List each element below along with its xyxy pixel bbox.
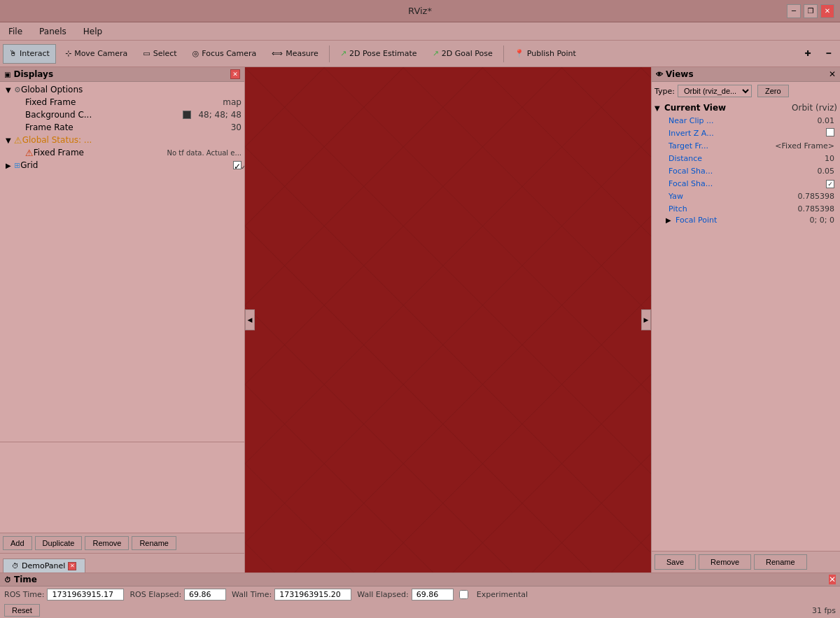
focal-point-value: 0; 0; 0 [810, 216, 834, 225]
remove-view-button[interactable]: Remove [699, 554, 751, 570]
views-type-select[interactable]: Orbit (rviz_de... [678, 85, 752, 97]
current-view-header[interactable]: ▼ Current View Orbit (rviz) [654, 101, 837, 114]
time-footer: Reset 31 fps [0, 603, 840, 618]
current-view-type: Orbit (rviz) [792, 103, 837, 113]
background-color-label: Background C... [25, 110, 183, 120]
fixed-frame-row[interactable]: Fixed Frame map [0, 96, 244, 108]
add-display-button[interactable]: Add [3, 536, 32, 550]
add-panel-button[interactable]: ✚ [798, 44, 817, 64]
save-view-button[interactable]: Save [654, 554, 696, 570]
demo-panel-tab[interactable]: ⏱ DemoPanel ✕ [3, 559, 85, 573]
viewport: ◀ ▶ [245, 67, 651, 573]
experimental-checkbox[interactable] [459, 590, 468, 599]
background-color-row[interactable]: Background C... 48; 48; 48 [0, 108, 244, 121]
toolbar-separator [329, 45, 330, 62]
current-view-arrow: ▼ [654, 104, 664, 112]
rename-display-button[interactable]: Rename [132, 536, 176, 550]
ros-elapsed-field: ROS Elapsed: 69.86 [130, 589, 226, 601]
grid-checkbox[interactable]: ✓ [233, 161, 241, 169]
current-view-label: Current View [664, 103, 726, 113]
publish-point-button[interactable]: 📍 Publish Point [508, 44, 582, 64]
remove-display-button[interactable]: Remove [85, 536, 129, 550]
time-bar: ROS Time: 1731963915.17 ROS Elapsed: 69.… [0, 587, 840, 603]
tab-bar: ⏱ DemoPanel ✕ [0, 553, 244, 573]
interact-button[interactable]: 🖱 Interact [3, 44, 56, 64]
move-camera-button[interactable]: ⊹ Move Camera [59, 44, 134, 64]
ros-time-label: ROS Time: [4, 590, 44, 599]
time-icon: ⏱ [4, 576, 11, 584]
wall-elapsed-field: Wall Elapsed: 69.86 [357, 589, 453, 601]
grid-row[interactable]: ▶ ⊞ Grid ✓ [0, 159, 244, 171]
displays-tree: ▼ ⚙ Global Options Fixed Frame map Backg… [0, 82, 244, 442]
target-frame-row[interactable]: Target Fr... <Fixed Frame> [654, 139, 837, 152]
wall-time-field: Wall Time: 1731963915.20 [232, 589, 351, 601]
pitch-row[interactable]: Pitch 0.785398 [654, 202, 837, 215]
fixed-frame-value: map [223, 97, 241, 107]
measure-button[interactable]: ⟺ Measure [265, 44, 325, 64]
close-button[interactable]: ✕ [820, 4, 834, 18]
clock-icon: ⏱ [12, 562, 19, 570]
select-icon: ▭ [143, 49, 150, 58]
focal-point-row[interactable]: ▶ Focal Point 0; 0; 0 [654, 215, 837, 225]
interact-label: Interact [20, 49, 50, 58]
invert-z-value [826, 128, 834, 139]
wall-time-value: 1731963915.20 [274, 589, 351, 601]
demo-panel-close[interactable]: ✕ [68, 562, 76, 570]
fps-label: 31 fps [812, 606, 836, 615]
global-status-row[interactable]: ▼ ⚠ Global Status: ... [0, 134, 244, 146]
left-panel: ▣ Displays ✕ ▼ ⚙ Global Options Fixed Fr… [0, 67, 245, 573]
fixed-frame-error-icon: ⚠ [25, 148, 34, 158]
grid-icon: ⊞ [14, 161, 20, 170]
select-label: Select [153, 49, 177, 58]
yaw-row[interactable]: Yaw 0.785398 [654, 190, 837, 202]
collapse-left-button[interactable]: ◀ [245, 309, 255, 330]
goal-pose-button[interactable]: ↗ 2D Goal Pose [426, 44, 499, 64]
wall-time-label: Wall Time: [232, 590, 272, 599]
frame-rate-row[interactable]: Frame Rate 30 [0, 121, 244, 134]
rename-view-button[interactable]: Rename [754, 554, 807, 570]
menu-file[interactable]: File [3, 25, 28, 38]
minimize-button[interactable]: ─ [787, 4, 801, 18]
pose-estimate-icon: ↗ [340, 49, 346, 58]
views-panel-icon: 👁 [656, 71, 663, 78]
focus-camera-button[interactable]: ◎ Focus Camera [186, 44, 263, 64]
focal-shape-size-value: 0.05 [818, 167, 835, 176]
views-close-button[interactable]: ✕ [829, 69, 836, 79]
global-status-label: Global Status: ... [22, 135, 241, 145]
ros-elapsed-label: ROS Elapsed: [130, 590, 181, 599]
remove-panel-button[interactable]: ━ [820, 44, 837, 64]
restore-button[interactable]: ❐ [804, 4, 818, 18]
menu-help[interactable]: Help [78, 25, 108, 38]
measure-icon: ⟺ [272, 49, 283, 58]
ros-elapsed-value: 69.86 [184, 589, 226, 601]
collapse-right-button[interactable]: ▶ [641, 309, 651, 330]
focal-shape-size-row[interactable]: Focal Sha... 0.05 [654, 164, 837, 177]
toolbar: 🖱 Interact ⊹ Move Camera ▭ Select ◎ Focu… [0, 41, 840, 67]
pitch-value: 0.785398 [798, 204, 835, 213]
views-zero-button[interactable]: Zero [757, 85, 789, 97]
displays-panel-icon: ▣ [4, 71, 10, 78]
distance-row[interactable]: Distance 10 [654, 152, 837, 164]
yaw-value: 0.785398 [798, 192, 835, 201]
focal-shape-vis-row[interactable]: Focal Sha... ✓ [654, 177, 837, 190]
ros-time-value: 1731963915.17 [47, 589, 124, 601]
move-camera-icon: ⊹ [65, 49, 71, 58]
time-close-button[interactable]: ✕ [829, 575, 836, 584]
menu-panels[interactable]: Panels [34, 25, 72, 38]
displays-close-button[interactable]: ✕ [230, 69, 240, 79]
goal-pose-label: 2D Goal Pose [442, 49, 493, 58]
fixed-frame-error-row[interactable]: ⚠ Fixed Frame No tf data. Actual e... [0, 146, 244, 159]
current-view-section: ▼ Current View Orbit (rviz) Near Clip ..… [654, 101, 837, 225]
reset-time-button[interactable]: Reset [4, 604, 40, 617]
displays-panel-title: Displays [13, 69, 53, 79]
invert-z-row[interactable]: Invert Z A... [654, 127, 837, 139]
views-panel-title: Views [666, 69, 694, 79]
pose-estimate-button[interactable]: ↗ 2D Pose Estimate [334, 44, 424, 64]
select-button[interactable]: ▭ Select [136, 44, 183, 64]
duplicate-display-button[interactable]: Duplicate [35, 536, 83, 550]
global-options-row[interactable]: ▼ ⚙ Global Options [0, 83, 244, 96]
distance-label: Distance [668, 154, 825, 163]
views-panel: 👁 Views ✕ Type: Orbit (rviz_de... Zero [652, 67, 840, 573]
ros-time-field: ROS Time: 1731963915.17 [4, 589, 124, 601]
near-clip-row[interactable]: Near Clip ... 0.01 [654, 114, 837, 127]
